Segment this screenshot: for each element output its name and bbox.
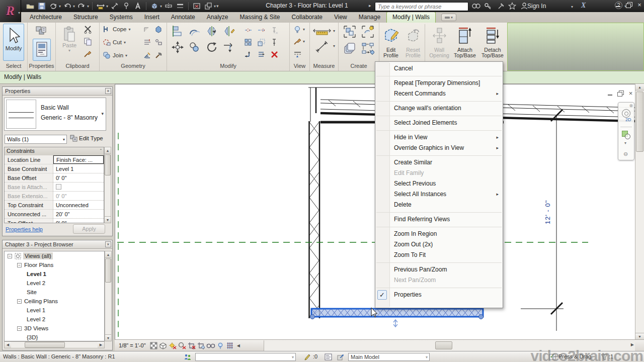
type-selector-dropdown-icon[interactable]: ▾ bbox=[101, 111, 104, 116]
hide-dropdown-icon[interactable]: ▾ bbox=[303, 27, 305, 32]
property-row-top-constraint[interactable]: Top ConstraintUnconnected bbox=[5, 201, 104, 210]
tree-item-3d[interactable]: {3D} bbox=[5, 333, 104, 341]
menu-item-properties[interactable]: ✓Properties bbox=[375, 290, 503, 300]
delete-icon[interactable] bbox=[270, 50, 279, 59]
design-options-icon[interactable] bbox=[324, 353, 333, 361]
property-value[interactable]: 0' 0" bbox=[53, 173, 104, 182]
worksharing-display-icon[interactable] bbox=[225, 341, 235, 350]
exclude-options-icon[interactable] bbox=[336, 353, 345, 361]
selected-wall[interactable] bbox=[310, 309, 484, 327]
tab-massing-site[interactable]: Massing & Site bbox=[234, 12, 286, 23]
align-icon[interactable] bbox=[171, 25, 184, 38]
property-value[interactable]: Finish Face: ... bbox=[53, 155, 104, 164]
edit-type-button[interactable]: Edit Type bbox=[70, 134, 103, 142]
tab-manage[interactable]: Manage bbox=[353, 12, 386, 23]
subscription-key-icon[interactable] bbox=[483, 2, 493, 11]
tab-systems[interactable]: Systems bbox=[104, 12, 138, 23]
menu-item-create-similar[interactable]: Create Similar bbox=[375, 157, 503, 168]
tree-item-level-1[interactable]: Level 1 bbox=[5, 269, 104, 279]
infocenter-flyout-icon[interactable]: ▸ bbox=[369, 3, 371, 8]
tab-modify-walls[interactable]: Modify | Walls bbox=[386, 12, 436, 23]
tree-item-label[interactable]: Level 2 bbox=[27, 280, 45, 286]
tree-item-views-all[interactable]: −Views (all) bbox=[5, 251, 104, 260]
create-similar-icon[interactable] bbox=[361, 25, 375, 39]
panel-label-measure[interactable]: Measure bbox=[310, 63, 338, 70]
tab-collaborate[interactable]: Collaborate bbox=[286, 12, 328, 23]
application-menu-button[interactable]: R ▾ bbox=[0, 0, 21, 22]
dimension-value[interactable]: 12' - 0" bbox=[544, 200, 551, 224]
communication-center-icon[interactable] bbox=[496, 2, 506, 11]
property-row-unconnected[interactable]: Unconnected ...20' 0" bbox=[5, 210, 104, 219]
override-dropdown-icon[interactable]: ▾ bbox=[303, 39, 305, 44]
menu-item-hide-in-view[interactable]: Hide in View▸ bbox=[375, 132, 503, 143]
section-button[interactable] bbox=[164, 1, 174, 11]
property-value[interactable]: 20' 0" bbox=[53, 210, 104, 218]
tree-expander-icon[interactable]: − bbox=[8, 254, 12, 258]
tree-item-label[interactable]: Views (all) bbox=[23, 252, 53, 259]
menu-item-zoom-out-2x[interactable]: Zoom Out (2x) bbox=[375, 239, 503, 250]
trim-corner-icon[interactable] bbox=[244, 50, 253, 59]
measure-between-dropdown-icon[interactable]: ▾ bbox=[333, 44, 335, 48]
tree-item-label[interactable]: {3D} bbox=[27, 334, 38, 340]
measure-ruler-icon[interactable] bbox=[313, 26, 331, 36]
menu-item-find-referring-views[interactable]: Find Referring Views bbox=[375, 214, 503, 225]
tree-item-3d-views[interactable]: −3D Views bbox=[5, 324, 104, 333]
switch-windows-dropdown-icon[interactable]: ▾ bbox=[214, 4, 216, 9]
tree-item-label[interactable]: Level 1 bbox=[27, 307, 45, 313]
restore-button[interactable] bbox=[626, 2, 632, 8]
offset-icon[interactable] bbox=[188, 25, 201, 38]
menu-item-repeat-temporary-dimensions[interactable]: Repeat [Temporary Dimensions] bbox=[375, 78, 503, 88]
measure-button[interactable] bbox=[96, 1, 106, 11]
ribbon-state-toggle[interactable]: ▾ bbox=[441, 14, 456, 21]
favorites-star-icon[interactable] bbox=[507, 2, 517, 11]
open-button[interactable] bbox=[25, 1, 35, 11]
measure-dropdown-icon[interactable]: ▾ bbox=[106, 4, 108, 9]
property-row-base-is-attach[interactable]: Base is Attach... bbox=[5, 183, 104, 192]
join-button[interactable]: Join ▾ bbox=[103, 51, 127, 59]
tag-button[interactable] bbox=[121, 1, 131, 11]
tab-view[interactable]: View bbox=[329, 12, 353, 23]
selection-filter-funnel-icon[interactable] bbox=[600, 353, 609, 361]
constraints-group-header[interactable]: Constraints ˆ bbox=[5, 147, 104, 155]
temporary-hide-isolate-icon[interactable] bbox=[216, 341, 225, 350]
tree-expander-icon[interactable]: − bbox=[17, 299, 22, 304]
linework-icon[interactable] bbox=[293, 49, 302, 58]
split-element-icon[interactable] bbox=[244, 26, 253, 35]
mirror-pick-axis-icon[interactable] bbox=[205, 25, 218, 38]
worksets-icon[interactable] bbox=[183, 353, 192, 361]
menu-item-select-previous[interactable]: Select Previous bbox=[375, 178, 503, 189]
match-type-properties-icon[interactable] bbox=[83, 49, 92, 58]
undo-button[interactable] bbox=[62, 1, 72, 11]
aligned-dimension-button[interactable] bbox=[110, 1, 120, 11]
trim-extend-icon[interactable] bbox=[222, 41, 235, 54]
pin-icon[interactable] bbox=[270, 38, 279, 47]
sign-in-label[interactable]: Sign In bbox=[527, 3, 546, 10]
shadows-icon[interactable] bbox=[178, 341, 187, 350]
project-browser-titlebar[interactable]: Chapter 3 - Project Browser × bbox=[3, 240, 112, 249]
undo-dropdown-icon[interactable]: ▾ bbox=[73, 4, 75, 9]
scroll-down-icon[interactable]: ▼ bbox=[105, 216, 111, 223]
menu-item-change-wall-s-orientation[interactable]: Change wall's orientation bbox=[375, 103, 503, 114]
property-value[interactable]: Level 1 bbox=[53, 164, 104, 173]
scale-icon[interactable] bbox=[257, 38, 266, 47]
property-value[interactable]: 0' 0" bbox=[53, 219, 104, 223]
wall-joins-icon[interactable] bbox=[143, 25, 152, 34]
menu-item-zoom-in-region[interactable]: Zoom In Region bbox=[375, 229, 503, 239]
copy-icon[interactable] bbox=[83, 37, 92, 46]
tree-item-level-1[interactable]: Level 1 bbox=[5, 306, 104, 315]
selection-filter-dropdown[interactable]: Walls (1) ▾ bbox=[5, 135, 67, 144]
create-group-icon[interactable] bbox=[343, 25, 357, 39]
tree-expander-icon[interactable]: − bbox=[17, 263, 22, 267]
tree-item-label[interactable]: Ceiling Plans bbox=[24, 298, 58, 304]
scroll-up-icon[interactable]: ▲ bbox=[635, 84, 644, 90]
scroll-up-icon[interactable]: ▲ bbox=[105, 251, 111, 258]
create-assembly-icon[interactable] bbox=[343, 42, 357, 56]
trim-multiple-icon[interactable] bbox=[257, 50, 266, 59]
press-drag-checkbox[interactable]: ✓ bbox=[549, 354, 555, 360]
panel-label-select[interactable]: Select bbox=[0, 63, 27, 70]
navbar-minimize-icon[interactable]: ⊖ bbox=[623, 151, 628, 157]
tree-item-label[interactable]: Level 1 bbox=[27, 271, 46, 277]
dimension[interactable] bbox=[521, 110, 564, 331]
redo-dropdown-icon[interactable]: ▾ bbox=[87, 4, 89, 9]
demolish-hammer-icon[interactable] bbox=[154, 51, 163, 60]
